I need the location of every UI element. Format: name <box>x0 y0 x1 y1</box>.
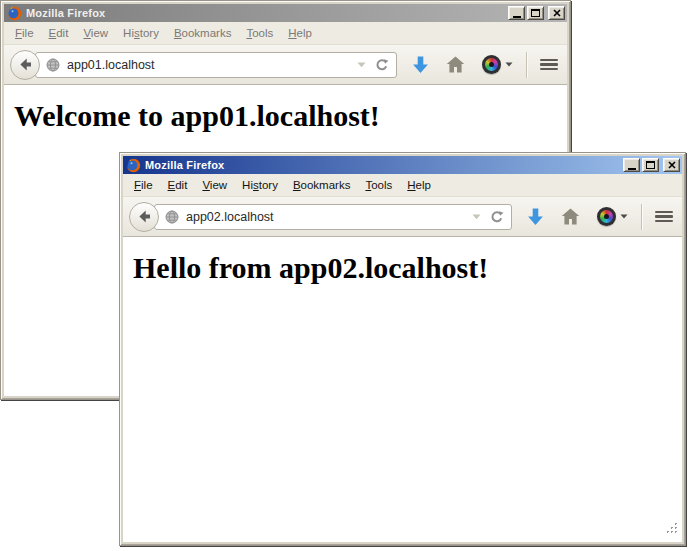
download-arrow-icon[interactable] <box>412 56 429 74</box>
window-title: Mozilla Firefox <box>145 159 623 171</box>
menu-edit[interactable]: Edit <box>49 27 69 39</box>
reload-icon[interactable] <box>375 58 389 72</box>
menu-view[interactable]: View <box>202 179 227 191</box>
url-bar[interactable]: app01.localhost <box>35 52 397 78</box>
back-button[interactable] <box>129 202 159 232</box>
page-heading: Welcome to app01.localhost! <box>14 99 567 133</box>
menu-history[interactable]: History <box>123 27 159 39</box>
menu-tools[interactable]: Tools <box>365 179 392 191</box>
reload-icon[interactable] <box>490 210 504 224</box>
firefox-logo-icon <box>7 6 22 21</box>
firefox-logo-icon <box>126 158 141 173</box>
addon-button[interactable] <box>597 207 628 226</box>
url-bar[interactable]: app02.localhost <box>154 204 512 230</box>
menu-history[interactable]: History <box>242 179 278 191</box>
caret-down-icon <box>505 62 513 67</box>
toolbar-separator <box>526 52 527 78</box>
hamburger-menu-icon[interactable] <box>540 59 558 71</box>
menu-bookmarks[interactable]: Bookmarks <box>174 27 232 39</box>
menu-view[interactable]: View <box>83 27 108 39</box>
page-heading: Hello from app02.localhost! <box>133 251 682 285</box>
title-bar[interactable]: Mozilla Firefox <box>4 4 567 22</box>
globe-icon <box>46 58 60 72</box>
browser-window-app02: Mozilla Firefox File Edit View History B… <box>119 152 686 546</box>
minimize-button[interactable] <box>508 6 525 20</box>
page-content-app02: Hello from app02.localhost! <box>123 237 682 542</box>
menu-help[interactable]: Help <box>288 27 312 39</box>
url-text[interactable]: app01.localhost <box>67 58 357 72</box>
color-wheel-icon <box>597 207 616 226</box>
maximize-button[interactable] <box>527 6 544 20</box>
menu-help[interactable]: Help <box>407 179 431 191</box>
maximize-button[interactable] <box>642 158 659 172</box>
menu-bar: File Edit View History Bookmarks Tools H… <box>4 22 567 45</box>
resize-grip[interactable] <box>667 520 678 538</box>
menu-tools[interactable]: Tools <box>246 27 273 39</box>
toolbar-separator <box>641 204 642 230</box>
caret-down-icon <box>620 214 628 219</box>
menu-file[interactable]: File <box>15 27 34 39</box>
download-arrow-icon[interactable] <box>527 208 544 226</box>
menu-file[interactable]: File <box>134 179 153 191</box>
url-text[interactable]: app02.localhost <box>186 210 472 224</box>
home-icon[interactable] <box>446 56 465 73</box>
close-button[interactable] <box>548 6 565 20</box>
menu-edit[interactable]: Edit <box>168 179 188 191</box>
back-arrow-icon <box>137 209 152 224</box>
color-wheel-icon <box>482 55 501 74</box>
chevron-down-icon[interactable] <box>357 62 366 68</box>
menu-bar: File Edit View History Bookmarks Tools H… <box>123 174 682 197</box>
menu-bookmarks[interactable]: Bookmarks <box>293 179 351 191</box>
addon-button[interactable] <box>482 55 513 74</box>
chevron-down-icon[interactable] <box>472 214 481 220</box>
title-bar[interactable]: Mozilla Firefox <box>123 156 682 174</box>
globe-icon <box>165 210 179 224</box>
window-title: Mozilla Firefox <box>26 7 508 19</box>
close-button[interactable] <box>663 158 680 172</box>
back-button[interactable] <box>10 50 40 80</box>
home-icon[interactable] <box>561 208 580 225</box>
navigation-toolbar: app02.localhost <box>123 197 682 237</box>
hamburger-menu-icon[interactable] <box>655 211 673 223</box>
minimize-button[interactable] <box>623 158 640 172</box>
navigation-toolbar: app01.localhost <box>4 45 567 85</box>
back-arrow-icon <box>18 57 33 72</box>
